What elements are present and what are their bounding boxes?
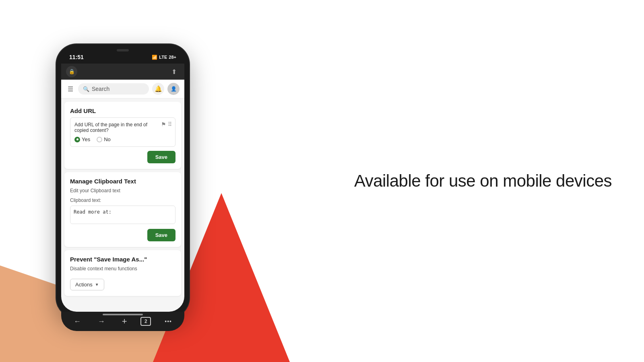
home-indicator	[103, 314, 143, 315]
radio-no-circle	[97, 137, 102, 142]
radio-group: Yes No	[74, 136, 171, 142]
clipboard-title: Manage Clipboard Text	[70, 178, 175, 185]
actions-button[interactable]: Actions ▼	[70, 279, 104, 290]
clipboard-section: Manage Clipboard Text Edit your Clipboar…	[64, 172, 181, 247]
actions-label: Actions	[75, 282, 93, 288]
tab-count-button[interactable]: 2	[140, 317, 151, 326]
status-icons: 📶 LTE 28+	[152, 55, 176, 60]
phone-screen: Add URL Add URL of the page in the end o…	[61, 99, 184, 312]
search-input[interactable]: Search	[92, 86, 109, 92]
browser-share-icon[interactable]: ⬆	[168, 66, 180, 77]
search-input-wrap[interactable]: 🔍 Search	[78, 83, 149, 95]
phone-notch	[117, 49, 129, 51]
signal-icon: 📶	[152, 55, 157, 60]
add-url-question-card: Add URL of the page in the end of copied…	[70, 117, 175, 147]
clipboard-textarea[interactable]	[70, 206, 175, 224]
clipboard-save-button[interactable]: Save	[147, 229, 175, 241]
lte-label: LTE	[159, 55, 167, 60]
radio-yes-circle	[74, 137, 80, 142]
back-button[interactable]: ←	[70, 316, 84, 327]
user-avatar-button[interactable]: 👤	[167, 83, 180, 95]
flag-icon[interactable]: ⚑	[161, 121, 166, 128]
radio-no[interactable]: No	[97, 136, 111, 142]
add-url-section: Add URL Add URL of the page in the end o…	[64, 102, 181, 169]
clipboard-desc: Edit your Clipboard text	[70, 188, 175, 193]
add-url-question-text: Add URL of the page in the end of copied…	[74, 122, 171, 133]
hamburger-button[interactable]: ☰	[66, 84, 75, 95]
card-action-icons: ⚑ ⠿	[161, 121, 172, 128]
clipboard-label: Clipboard text:	[70, 197, 175, 203]
prevent-save-desc: Disable context menu functions	[70, 266, 175, 272]
save-row-url: Save	[70, 151, 175, 163]
browser-bar: 🔒 ⬆	[61, 64, 184, 80]
battery-label: 28+	[169, 55, 176, 60]
browser-lock-icon[interactable]: 🔒	[66, 66, 77, 77]
notification-bell-button[interactable]: 🔔	[152, 83, 164, 95]
phone-body: 11:51 📶 LTE 28+ 🔒 ⬆ ☰ 🔍 Search 🔔 👤	[56, 44, 189, 318]
forward-button[interactable]: →	[95, 316, 108, 327]
content-area: Add URL Add URL of the page in the end o…	[61, 102, 184, 296]
add-tab-button[interactable]: +	[119, 315, 130, 328]
status-time: 11:51	[69, 54, 84, 60]
radio-yes[interactable]: Yes	[74, 136, 90, 142]
search-row: ☰ 🔍 Search 🔔 👤	[61, 80, 184, 99]
save-row-clipboard: Save	[70, 229, 175, 241]
add-url-save-button[interactable]: Save	[147, 151, 175, 163]
tagline: Available for use on mobile devices	[354, 171, 612, 191]
prevent-save-title: Prevent "Save Image As..."	[70, 256, 175, 263]
search-icon: 🔍	[83, 86, 89, 92]
actions-chevron-icon: ▼	[95, 282, 99, 287]
phone-mockup: 11:51 📶 LTE 28+ 🔒 ⬆ ☰ 🔍 Search 🔔 👤	[56, 44, 189, 318]
more-button[interactable]: •••	[161, 317, 175, 326]
prevent-save-section: Prevent "Save Image As..." Disable conte…	[64, 250, 181, 296]
grid-icon[interactable]: ⠿	[168, 121, 172, 128]
add-url-title: Add URL	[70, 107, 175, 114]
